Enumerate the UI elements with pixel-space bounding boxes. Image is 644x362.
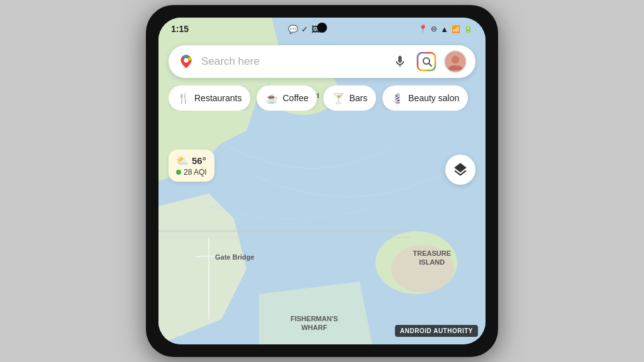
gate-bridge-label: Gate Bridge xyxy=(215,253,254,261)
phone-frame: 1:15 💬 ✓ 🖼 📍 ⊖ ▲ 📶 🔋 xyxy=(146,5,498,357)
aqi-dot xyxy=(176,170,181,175)
mic-icon[interactable] xyxy=(391,53,409,70)
camera-notch xyxy=(317,23,327,33)
weather-temperature: 56° xyxy=(192,155,206,166)
beauty-label: Beauty salon xyxy=(408,93,459,103)
aqi-value: 28 AQI xyxy=(184,168,207,177)
message-icon: 💬 xyxy=(288,25,298,34)
restaurants-pill[interactable]: 🍴 Restaurants xyxy=(169,85,250,111)
layer-button[interactable] xyxy=(445,155,475,185)
signal-icon: 📶 xyxy=(452,25,460,33)
bars-pill[interactable]: 🍸 Bars xyxy=(323,85,376,111)
phone-screen: 1:15 💬 ✓ 🖼 📍 ⊖ ▲ 📶 🔋 xyxy=(158,18,486,344)
search-bar[interactable]: Search here xyxy=(169,45,475,78)
wifi-icon: ▲ xyxy=(440,25,448,34)
search-placeholder[interactable]: Search here xyxy=(201,55,385,68)
check-icon: ✓ xyxy=(301,25,308,34)
user-avatar[interactable] xyxy=(444,50,467,73)
category-pills: 🍴 Restaurants ☕ Coffee 🍸 Bars 💈 Beauty s… xyxy=(169,85,475,111)
bars-icon: 🍸 xyxy=(332,92,345,104)
beauty-pill[interactable]: 💈 Beauty salon xyxy=(382,85,468,111)
restaurants-icon: 🍴 xyxy=(177,92,190,104)
weather-widget: ⛅ 56° 28 AQI xyxy=(169,150,214,182)
layers-icon xyxy=(452,162,469,178)
location-icon: 📍 xyxy=(418,25,428,33)
svg-rect-12 xyxy=(418,53,435,70)
svg-point-11 xyxy=(184,58,189,62)
notification-icons: 💬 ✓ 🖼 xyxy=(288,25,319,34)
svg-line-14 xyxy=(429,63,431,66)
treasure-island-label: TREASUREISLAND xyxy=(413,249,451,267)
google-maps-logo xyxy=(177,53,195,70)
bars-label: Bars xyxy=(349,93,367,103)
restaurants-label: Restaurants xyxy=(194,93,242,103)
android-authority-watermark: ANDROID AUTHORITY xyxy=(395,325,478,337)
svg-point-17 xyxy=(452,57,458,63)
lens-icon[interactable] xyxy=(415,50,438,73)
fishermans-wharf-label: FISHERMAN'SWHARF xyxy=(291,314,338,332)
battery-icon: 🔋 xyxy=(464,25,473,33)
coffee-icon: ☕ xyxy=(265,92,278,104)
system-icons: 📍 ⊖ ▲ 📶 🔋 xyxy=(418,25,473,34)
coffee-label: Coffee xyxy=(282,93,308,103)
search-area: Search here xyxy=(169,45,475,111)
status-time: 1:15 xyxy=(171,24,189,34)
weather-aqi: 28 AQI xyxy=(176,168,207,177)
beauty-icon: 💈 xyxy=(391,92,404,104)
coffee-pill[interactable]: ☕ Coffee xyxy=(257,85,317,111)
minus-circle-icon: ⊖ xyxy=(431,25,437,33)
weather-icon: ⛅ xyxy=(176,155,189,167)
weather-temp-row: ⛅ 56° xyxy=(176,155,207,167)
